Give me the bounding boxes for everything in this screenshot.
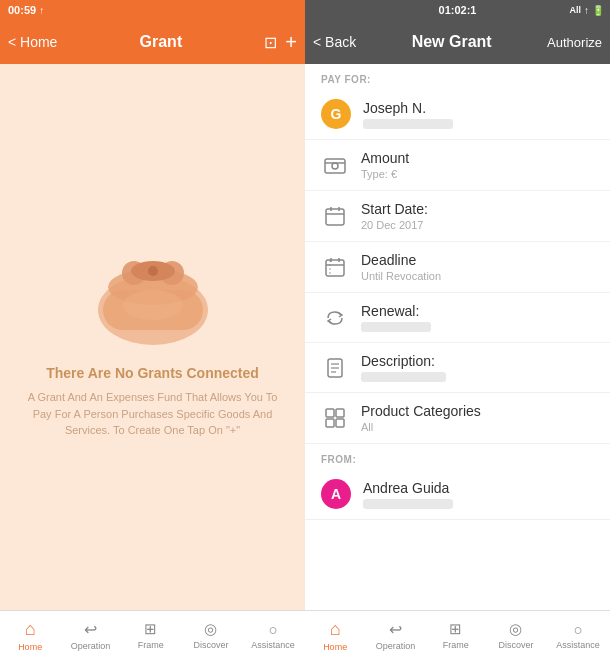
deadline-content: Deadline Until Revocation bbox=[361, 252, 594, 282]
svg-point-7 bbox=[123, 290, 183, 320]
frame-icon-left: ⊞ bbox=[144, 620, 157, 638]
add-button[interactable]: + bbox=[285, 31, 297, 54]
left-time: 00:59 bbox=[8, 4, 36, 16]
from-avatar: A bbox=[321, 479, 351, 509]
amount-title: Amount bbox=[361, 150, 594, 166]
no-grants-title: There Are No Grants Connected bbox=[46, 365, 259, 381]
description-row[interactable]: Description: bbox=[305, 343, 610, 393]
from-row[interactable]: A Andrea Guida bbox=[305, 469, 610, 520]
nav-bar-left: < Home Grant ⊡ + bbox=[0, 20, 305, 64]
payee-avatar: G bbox=[321, 99, 351, 129]
status-bar-left: 00:59 ↑ bbox=[0, 0, 305, 20]
left-arrow-icon: ↑ bbox=[39, 5, 44, 16]
tab-home-left[interactable]: ⌂ Home bbox=[10, 619, 50, 652]
deadline-row[interactable]: Deadline Until Revocation bbox=[305, 242, 610, 293]
amount-subtitle: Type: € bbox=[361, 168, 594, 180]
tab-discover-right[interactable]: ◎ Discover bbox=[496, 620, 536, 650]
tab-assistance-left-label: Assistance bbox=[251, 640, 295, 650]
tab-assistance-left[interactable]: ○ Assistance bbox=[251, 621, 295, 650]
discover-icon-right: ◎ bbox=[509, 620, 522, 638]
payee-row[interactable]: G Joseph N. bbox=[305, 89, 610, 140]
svg-rect-25 bbox=[336, 409, 344, 417]
renewal-row[interactable]: Renewal: bbox=[305, 293, 610, 343]
description-title: Description: bbox=[361, 353, 594, 369]
operation-icon-left: ↩ bbox=[84, 620, 97, 639]
frame-icon-right: ⊞ bbox=[449, 620, 462, 638]
description-placeholder bbox=[361, 372, 446, 382]
deadline-icon bbox=[321, 253, 349, 281]
amount-icon bbox=[321, 151, 349, 179]
nav-bar-right: < Back New Grant Authorize bbox=[305, 20, 610, 64]
product-categories-row[interactable]: Product Categories All bbox=[305, 393, 610, 444]
svg-point-6 bbox=[148, 266, 158, 276]
from-label: FROM: bbox=[305, 444, 610, 469]
pay-for-label: PAY FOR: bbox=[305, 64, 610, 89]
no-grants-desc: A Grant And An Expenses Fund That Allows… bbox=[20, 389, 285, 439]
description-content: Description: bbox=[361, 353, 594, 382]
nav-left-title: Grant bbox=[65, 33, 256, 51]
assistance-icon-right: ○ bbox=[574, 621, 583, 638]
categories-icon bbox=[321, 404, 349, 432]
signal-icons: All ↑ 🔋 bbox=[569, 5, 604, 16]
assistance-icon-left: ○ bbox=[269, 621, 278, 638]
svg-point-9 bbox=[332, 163, 338, 169]
svg-rect-15 bbox=[326, 260, 344, 276]
operation-icon-right: ↩ bbox=[389, 620, 402, 639]
deadline-title: Deadline bbox=[361, 252, 594, 268]
tab-home-right-label: Home bbox=[323, 642, 347, 652]
tab-discover-right-label: Discover bbox=[498, 640, 533, 650]
start-date-row[interactable]: Start Date: 20 Dec 2017 bbox=[305, 191, 610, 242]
tab-discover-left-label: Discover bbox=[193, 640, 228, 650]
tab-home-left-label: Home bbox=[18, 642, 42, 652]
tab-assistance-right[interactable]: ○ Assistance bbox=[556, 621, 600, 650]
from-name: Andrea Guida bbox=[363, 480, 594, 496]
status-bar-right: 01:02:1 All ↑ 🔋 bbox=[305, 0, 610, 20]
left-panel: There Are No Grants Connected A Grant An… bbox=[0, 64, 305, 610]
categories-title: Product Categories bbox=[361, 403, 594, 419]
svg-rect-27 bbox=[336, 419, 344, 427]
payee-placeholder bbox=[363, 119, 453, 129]
svg-rect-26 bbox=[326, 419, 334, 427]
home-icon-left: ⌂ bbox=[25, 619, 36, 640]
home-icon-right: ⌂ bbox=[330, 619, 341, 640]
amount-row[interactable]: Amount Type: € bbox=[305, 140, 610, 191]
start-date-content: Start Date: 20 Dec 2017 bbox=[361, 201, 594, 231]
categories-value: All bbox=[361, 421, 594, 433]
categories-content: Product Categories All bbox=[361, 403, 594, 433]
tab-frame-right-label: Frame bbox=[443, 640, 469, 650]
tab-bar-left: ⌂ Home ↩ Operation ⊞ Frame ◎ Discover ○ … bbox=[0, 610, 305, 659]
tab-frame-left[interactable]: ⊞ Frame bbox=[131, 620, 171, 650]
new-grant-title: New Grant bbox=[364, 33, 539, 51]
tab-operation-right-label: Operation bbox=[376, 641, 416, 651]
description-icon bbox=[321, 354, 349, 382]
tab-discover-left[interactable]: ◎ Discover bbox=[191, 620, 231, 650]
tab-frame-right[interactable]: ⊞ Frame bbox=[436, 620, 476, 650]
back-button[interactable]: < Back bbox=[313, 34, 356, 50]
svg-rect-11 bbox=[326, 209, 344, 225]
tab-home-right[interactable]: ⌂ Home bbox=[315, 619, 355, 652]
right-panel: PAY FOR: G Joseph N. Amount Type: € bbox=[305, 64, 610, 610]
renewal-content: Renewal: bbox=[361, 303, 594, 332]
from-content: Andrea Guida bbox=[363, 480, 594, 509]
archive-button[interactable]: ⊡ bbox=[264, 33, 277, 52]
svg-rect-24 bbox=[326, 409, 334, 417]
authorize-button[interactable]: Authorize bbox=[547, 35, 602, 50]
start-date-icon bbox=[321, 202, 349, 230]
right-time: 01:02:1 bbox=[439, 4, 477, 16]
payee-content: Joseph N. bbox=[363, 100, 594, 129]
renewal-placeholder bbox=[361, 322, 431, 332]
start-date-value: 20 Dec 2017 bbox=[361, 219, 594, 231]
discover-icon-left: ◎ bbox=[204, 620, 217, 638]
purse-illustration bbox=[88, 235, 218, 345]
renewal-title: Renewal: bbox=[361, 303, 594, 319]
deadline-value: Until Revocation bbox=[361, 270, 594, 282]
tab-frame-left-label: Frame bbox=[138, 640, 164, 650]
tab-operation-left[interactable]: ↩ Operation bbox=[70, 620, 110, 651]
tab-operation-left-label: Operation bbox=[71, 641, 111, 651]
amount-content: Amount Type: € bbox=[361, 150, 594, 180]
home-back-button[interactable]: < Home bbox=[8, 34, 57, 50]
renewal-icon bbox=[321, 304, 349, 332]
tab-operation-right[interactable]: ↩ Operation bbox=[375, 620, 415, 651]
svg-rect-8 bbox=[325, 159, 345, 173]
from-placeholder bbox=[363, 499, 453, 509]
